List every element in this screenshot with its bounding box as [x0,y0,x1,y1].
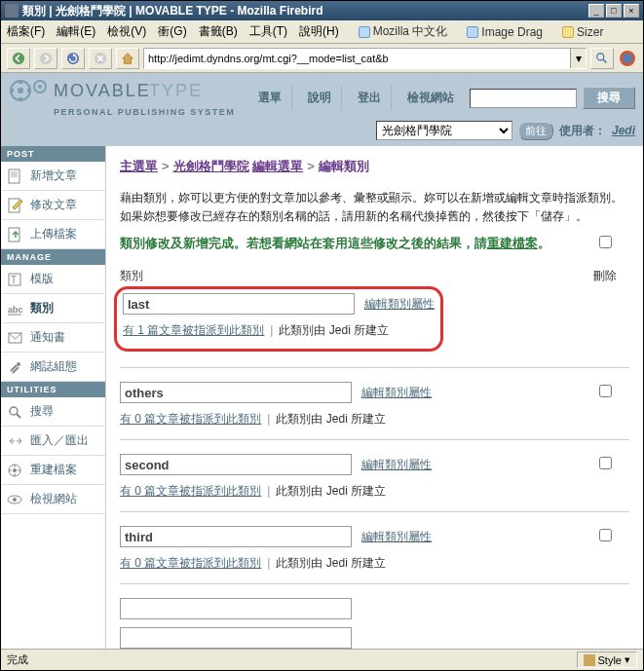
menu-tools[interactable]: 工具(T) [249,23,287,40]
new-category-input[interactable] [120,598,352,619]
category-name-input[interactable] [120,454,352,475]
delete-checkbox[interactable] [599,457,612,469]
menu-file[interactable]: 檔案(F) [7,23,45,40]
breadcrumb-main[interactable]: 主選單 [120,159,158,173]
svg-line-31 [17,414,20,418]
nav-viewsite[interactable]: 檢視網站 [398,86,464,110]
go-button[interactable]: 前往 [518,122,553,140]
breadcrumb-edit[interactable]: 編輯選單 [252,159,303,173]
header-search-input[interactable] [470,89,577,108]
delete-checkbox[interactable] [599,385,612,397]
notice: 類別修改及新增完成。若想看網站在套用這些修改之後的結果，請重建檔案。 [120,236,629,252]
svg-rect-13 [27,89,31,93]
sidebar-header-manage: MANAGE [1,249,105,265]
sidebar-import[interactable]: 匯入／匯出 [1,427,105,456]
browser-toolbar: ▾ [1,44,643,73]
svg-point-15 [38,85,42,89]
svg-text:MOVABLE: MOVABLE [54,81,151,100]
category-name-input[interactable] [120,382,352,403]
entry-count-link[interactable]: 有 1 篇文章被指派到此類別 [123,323,264,337]
edit-attributes-link[interactable]: 編輯類別屬性 [361,529,432,545]
nav-menu[interactable]: 選單 [248,86,292,110]
sidebar-upload[interactable]: 上傳檔案 [1,220,105,249]
minimize-button[interactable]: _ [588,4,604,18]
svg-text:abc: abc [8,305,23,315]
category-name-input[interactable] [123,293,355,315]
sidebar-config[interactable]: 網誌組態 [1,353,105,382]
category-row: 編輯類別屬性 有 0 篇文章被指派到此類別|此類別由 Jedi 所建立 [120,526,629,584]
entry-count-link[interactable]: 有 0 篇文章被指派到此類別 [120,412,261,426]
entry-count-link[interactable]: 有 0 篇文章被指派到此類別 [120,484,261,498]
throbber-icon [618,49,637,68]
menu-help[interactable]: 說明(H) [299,23,339,40]
sidebar-edit-entry[interactable]: 修改文章 [1,191,105,220]
window-title: 類別 | 光劍格鬥學院 | MOVABLE TYPE - Mozilla Fir… [22,3,588,19]
category-name-input[interactable] [120,526,352,547]
sidebar-search[interactable]: 搜尋 [1,397,105,427]
bookmark-mozilla[interactable]: Mozilla 中文化 [359,23,448,40]
mt-logo: MOVABLE TYPE [9,79,213,102]
sidebar-header-post: POST [1,146,105,162]
app-icon [5,4,19,18]
config-icon [7,359,24,375]
edit-attributes-link[interactable]: 編輯類別屬性 [361,457,432,473]
edit-attributes-link[interactable]: 編輯類別屬性 [361,385,432,401]
rebuild-link[interactable]: 重建檔案 [487,237,538,250]
maximize-button[interactable]: □ [606,4,622,18]
new-category-input[interactable] [120,627,352,649]
nav-help[interactable]: 說明 [298,86,342,110]
reload-button[interactable] [61,48,85,69]
user-label: 使用者： [559,123,606,139]
delete-checkbox[interactable] [599,529,612,541]
categories-icon: abc [7,301,24,317]
menu-view[interactable]: 檢視(V) [107,23,146,40]
doc-icon [359,26,370,38]
sidebar-categories[interactable]: abc類別 [1,294,105,323]
svg-point-30 [10,407,18,415]
back-button[interactable] [7,48,30,69]
column-headers: 類別 刪除 [120,268,629,284]
creator-text: 此類別由 Jedi 所建立 [276,484,386,498]
entry-count-link[interactable]: 有 0 篇文章被指派到此類別 [120,556,261,570]
viewsite-icon [7,492,24,507]
logo-tagline: PERSONAL PUBLISHING SYSTEM [54,107,235,117]
sidebar-rebuild[interactable]: 重建檔案 [1,456,105,485]
search-button[interactable] [590,48,614,69]
edit-attributes-link[interactable]: 編輯類別屬性 [364,296,435,313]
home-button[interactable] [116,48,139,69]
menu-edit[interactable]: 編輯(E) [57,23,95,40]
stop-button[interactable] [89,48,112,69]
forward-button[interactable] [34,48,57,69]
close-button[interactable]: × [624,4,639,18]
menu-bar: 檔案(F) 編輯(E) 檢視(V) 衝(G) 書籤(B) 工具(T) 說明(H)… [1,20,643,44]
user-link[interactable]: Jedi [612,124,635,137]
breadcrumb: 主選單>光劍格鬥學院 編輯選單>編輯類別 [120,158,629,175]
breadcrumb-blog[interactable]: 光劍格鬥學院 [173,159,249,173]
sidebar-viewsite[interactable]: 檢視網站 [1,485,105,514]
creator-text: 此類別由 Jedi 所建立 [276,412,386,426]
svg-rect-10 [19,80,22,84]
mt-header: MOVABLE TYPE PERSONAL PUBLISHING SYSTEM … [1,73,643,146]
menu-bookmarks[interactable]: 書籤(B) [199,23,238,40]
blog-select[interactable]: 光劍格鬥學院 [376,121,512,140]
nav-logout[interactable]: 登出 [348,86,392,110]
folder-icon [562,26,574,38]
url-dropdown[interactable]: ▾ [570,49,586,68]
bookmark-sizer[interactable]: Sizer [562,25,603,39]
category-row: 編輯類別屬性 有 1 篇文章被指派到此類別|此類別由 Jedi 所建立 [120,290,629,368]
url-input[interactable] [144,53,570,64]
category-row: 編輯類別屬性 有 0 篇文章被指派到此類別|此類別由 Jedi 所建立 [120,382,629,440]
bookmark-imagedrag[interactable]: Image Drag [467,25,543,39]
url-bar[interactable]: ▾ [143,48,587,69]
sidebar-templates[interactable]: T模版 [1,265,105,294]
menu-go[interactable]: 衝(G) [158,23,186,40]
delete-checkbox[interactable] [599,236,612,248]
sidebar-notify[interactable]: 通知書 [1,323,105,353]
style-switcher[interactable]: Style ▾ [577,652,637,668]
svg-text:TYPE: TYPE [149,81,203,100]
header-delete: 刪除 [581,268,629,284]
sidebar-new-entry[interactable]: 新增文章 [1,162,105,191]
upload-icon [7,227,24,242]
content-area: 主選單>光劍格鬥學院 編輯選單>編輯類別 藉由類別，妳可以更方便的對文章加以參考… [106,146,643,649]
header-search-button[interactable]: 搜尋 [583,87,635,109]
